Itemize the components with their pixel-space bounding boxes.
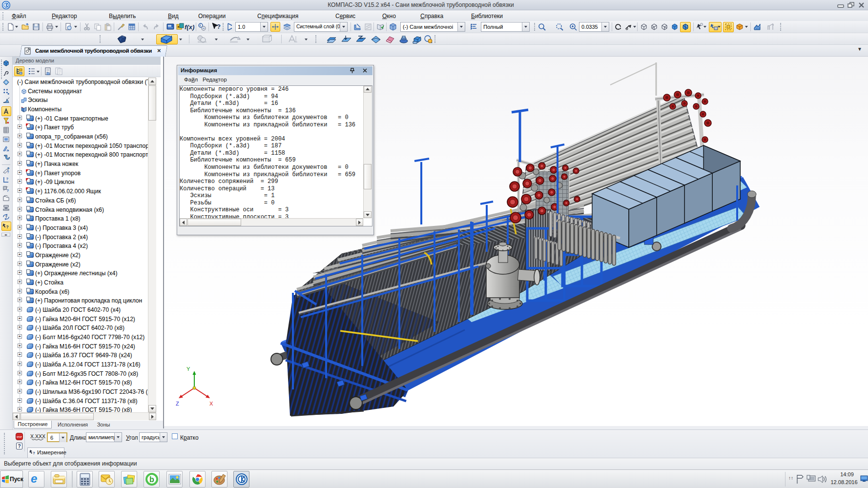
svg-text:b: b [149, 475, 154, 484]
svg-text:?: ? [6, 177, 9, 181]
svg-text:Y: Y [186, 366, 190, 372]
svg-text:?: ? [6, 224, 9, 229]
svg-text:?: ? [5, 215, 7, 219]
svg-text:?: ? [33, 451, 35, 455]
svg-text:X: X [209, 401, 213, 407]
svg-text:?: ? [7, 170, 9, 174]
svg-text:Z: Z [176, 401, 179, 407]
svg-text:?: ? [6, 188, 9, 193]
